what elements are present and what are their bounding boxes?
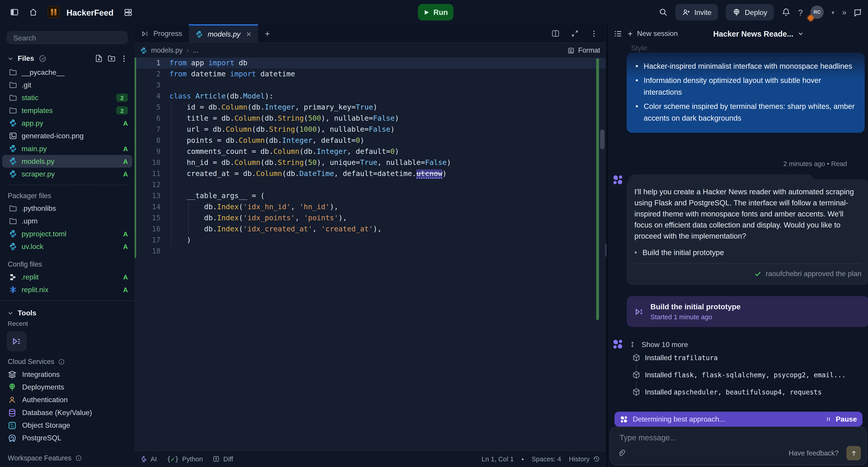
pause-button[interactable]: Pause: [825, 415, 857, 423]
kebab-menu-icon[interactable]: [590, 30, 598, 37]
recent-tool-progress[interactable]: [6, 331, 26, 351]
file-row-selected[interactable]: models.py A: [2, 155, 132, 168]
file-row[interactable]: .upm: [2, 214, 132, 227]
invite-button[interactable]: Invite: [675, 4, 718, 20]
code-line[interactable]: 13 __table_args__ = (: [134, 190, 606, 201]
file-row[interactable]: pyproject.toml A: [2, 228, 132, 240]
code-line[interactable]: 12: [134, 179, 606, 190]
sidebar-search[interactable]: [6, 31, 128, 44]
chat-scroll-area[interactable]: Style: •Hacker-inspired minimalist inter…: [608, 43, 868, 412]
attach-paperclip-icon[interactable]: [617, 449, 626, 457]
notifications-icon[interactable]: [782, 8, 790, 16]
replit-agent-logo: [620, 415, 628, 423]
history-clock-icon: [593, 456, 600, 463]
file-row[interactable]: .git: [2, 79, 132, 91]
message-input[interactable]: [618, 433, 859, 443]
info-icon[interactable]: [58, 359, 65, 365]
file-row[interactable]: .replit A: [2, 271, 132, 283]
message-input-card[interactable]: Have feedback?: [610, 427, 867, 465]
kebab-menu-icon[interactable]: [120, 55, 128, 62]
code-line[interactable]: 14 db.Index('idx_hn_id', 'hn_id'),: [134, 201, 606, 212]
status-language[interactable]: {✓} Python: [167, 455, 203, 463]
code-line[interactable]: 10 hn_id = db.Column(db.String(50), uniq…: [134, 157, 606, 168]
breadcrumb-more[interactable]: ...: [193, 46, 199, 54]
expand-icon[interactable]: [571, 29, 579, 38]
code-line[interactable]: 6 title = db.Column(db.String(500), null…: [134, 113, 606, 124]
session-list-icon[interactable]: [613, 29, 622, 38]
split-view-icon[interactable]: [551, 29, 560, 38]
tools-header[interactable]: Tools: [0, 305, 134, 321]
file-row[interactable]: __pycache__: [2, 66, 132, 78]
send-button[interactable]: [846, 446, 861, 461]
code-line[interactable]: 7 url = db.Column(db.String(1000), nulla…: [134, 124, 606, 135]
code-line[interactable]: 5 id = db.Column(db.Integer, primary_key…: [134, 102, 606, 113]
info-icon[interactable]: [75, 455, 82, 461]
sidebar-item-integrations[interactable]: Integrations: [0, 368, 134, 381]
file-row[interactable]: main.py A: [2, 142, 132, 155]
editor-scrollbar[interactable]: [600, 129, 604, 149]
code-line[interactable]: 3: [134, 80, 606, 91]
new-folder-icon[interactable]: [107, 54, 116, 63]
code-line[interactable]: 4class Article(db.Model):: [134, 91, 606, 102]
sidebar-item-ai[interactable]: AI: [0, 464, 134, 467]
code-line[interactable]: 11 created_at = db.Column(db.DateTime, d…: [134, 168, 606, 179]
code-line[interactable]: 2from datetime import datetime: [134, 69, 606, 80]
message-timestamp: 2 minutes ago • Read: [783, 160, 847, 168]
deploy-button[interactable]: Deploy: [726, 4, 774, 20]
session-title[interactable]: Hacker News Reade...: [713, 29, 803, 38]
search-icon[interactable]: [659, 8, 668, 16]
collapse-panel-icon[interactable]: »: [842, 8, 845, 16]
code-line[interactable]: 15 db.Index('idx_points', 'points'),: [134, 212, 606, 224]
tab-progress[interactable]: Progress: [134, 24, 189, 43]
file-row[interactable]: generated-icon.png: [2, 129, 132, 142]
account-chevron-icon[interactable]: ▾: [832, 9, 834, 15]
code-line[interactable]: 8 points = db.Column(db.Integer, default…: [134, 135, 606, 146]
agent-working-banner[interactable]: Determining best approach... Pause: [614, 412, 862, 427]
sidebar-item-postgresql[interactable]: PostgreSQL: [0, 432, 134, 444]
sidebar-item-deployments[interactable]: Deployments: [0, 381, 134, 393]
file-row[interactable]: uv.lock A: [2, 240, 132, 253]
sidebar-item-database[interactable]: Database (Key/Value): [0, 406, 134, 419]
sidebar-item-authentication[interactable]: Authentication: [0, 393, 134, 406]
code-line[interactable]: 17 ): [134, 235, 606, 245]
search-input[interactable]: [12, 33, 122, 42]
file-row[interactable]: .pythonlibs: [2, 202, 132, 214]
file-row[interactable]: templates 2: [2, 104, 132, 116]
show-more-row[interactable]: Show 10 more: [612, 339, 688, 350]
sidebar-item-object-storage[interactable]: 1001 Object Storage: [0, 419, 134, 432]
status-diff[interactable]: Diff: [213, 455, 233, 463]
diff-overview-ruler: [596, 59, 599, 320]
files-header[interactable]: Files: [0, 51, 134, 66]
file-row[interactable]: app.py A: [2, 117, 132, 129]
code-editor[interactable]: 1from app import db2from datetime import…: [134, 58, 606, 451]
code-line[interactable]: 18: [134, 245, 606, 257]
feedback-link[interactable]: Have feedback?: [789, 449, 839, 457]
cursor-position[interactable]: Ln 1, Col 1: [482, 455, 514, 463]
format-button[interactable]: Format: [567, 46, 600, 54]
file-row[interactable]: replit.nix A: [2, 283, 132, 296]
help-icon[interactable]: ?: [798, 7, 803, 17]
new-file-icon[interactable]: [95, 54, 103, 63]
file-row[interactable]: scraper.py A: [2, 168, 132, 180]
close-tab-icon[interactable]: ✕: [246, 30, 252, 38]
panel-scrollbar[interactable]: [605, 243, 607, 257]
run-button[interactable]: Run: [418, 4, 454, 20]
tab-models-py[interactable]: models.py ✕: [189, 24, 258, 43]
task-card[interactable]: Build the initial prototype Started 1 mi…: [627, 296, 868, 327]
avatar[interactable]: RC: [811, 5, 824, 19]
file-row[interactable]: static 2: [2, 91, 132, 104]
code-line[interactable]: 16 db.Index('idx_created_at', 'created_a…: [134, 224, 606, 235]
new-session-button[interactable]: + New session: [628, 29, 678, 38]
app-title[interactable]: HackerFeed: [66, 7, 114, 17]
sidebar-toggle-icon[interactable]: [10, 8, 19, 16]
new-tab-button[interactable]: +: [258, 24, 277, 43]
chat-sparkle-icon[interactable]: [853, 7, 863, 17]
code-line[interactable]: 9 comments_count = db.Column(db.Integer,…: [134, 146, 606, 157]
history-button[interactable]: History: [569, 455, 600, 463]
indentation-setting[interactable]: Spaces: 4: [532, 455, 561, 463]
storage-icon[interactable]: [123, 7, 133, 17]
breadcrumb-file[interactable]: models.py: [151, 46, 183, 54]
home-icon[interactable]: [29, 8, 37, 16]
code-line[interactable]: 1from app import db: [134, 58, 606, 69]
status-ai[interactable]: AI: [140, 455, 157, 463]
